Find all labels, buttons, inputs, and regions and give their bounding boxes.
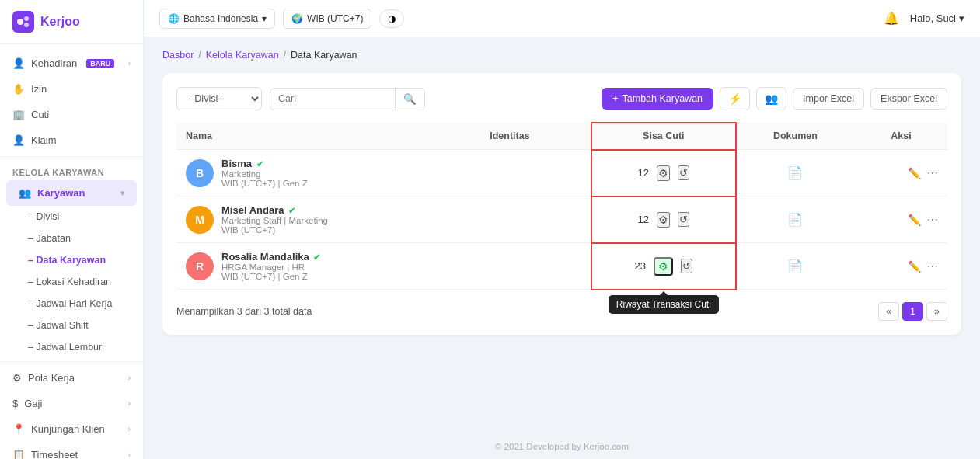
filter-button[interactable]: ⚡ (720, 87, 750, 110)
flag-icon: 🌐 (168, 13, 180, 24)
breadcrumb-kelola[interactable]: Kelola Karyawan (206, 50, 279, 61)
cuti-refresh-button[interactable]: ↺ (681, 259, 692, 273)
dash-icon: – (28, 320, 33, 331)
sidebar-sub-jabatan[interactable]: – Jabatan (0, 228, 143, 249)
sub-item-label: Jadwal Shift (36, 320, 88, 331)
col-identitas: Identitas (480, 123, 591, 150)
employee-dept: HRGA Manager | HR (221, 263, 320, 272)
cuti-settings-button[interactable]: ⚙ (657, 165, 670, 181)
add-employee-button[interactable]: + Tambah Karyawan (602, 88, 713, 110)
notification-button[interactable]: 🔔 (884, 11, 899, 26)
col-dokumen: Dokumen (736, 123, 855, 150)
sub-item-label: Jabatan (36, 233, 70, 244)
copyright-text: © 2021 Developed by Kerjoo.com (495, 442, 629, 451)
settings-button[interactable]: 👥 (756, 87, 786, 110)
kehadiran-icon: 👤 (12, 57, 25, 69)
pagination-next[interactable]: » (926, 302, 947, 321)
sidebar-item-label: Timesheet (31, 449, 78, 459)
lang-chevron: ▾ (262, 13, 267, 24)
sidebar-item-timesheet[interactable]: 📋 Timesheet › (0, 442, 143, 459)
topbar: 🌐 Bahasa Indonesia ▾ 🌍 WIB (UTC+7) ◑ 🔔 H… (144, 0, 980, 37)
division-select[interactable]: --Divisi-- (176, 87, 262, 110)
sidebar-sub-data-karyawan[interactable]: – Data Karyawan (0, 249, 143, 271)
verified-icon: ✔ (288, 206, 295, 215)
sidebar-sub-jadwal-hari-kerja[interactable]: – Jadwal Hari Kerja (0, 293, 143, 315)
more-button[interactable]: ⋯ (927, 214, 938, 226)
sidebar-sub-divisi[interactable]: – Divisi (0, 206, 143, 228)
employee-name: Misel Andara ✔ (221, 204, 328, 216)
employee-table: Nama Identitas Sisa Cuti Dokumen Aksi B … (176, 123, 947, 290)
chevron-icon: › (128, 450, 131, 459)
employee-schedule: WIB (UTC+7) | Gen Z (221, 179, 308, 188)
more-button[interactable]: ⋯ (927, 167, 938, 179)
dokumen-cell: 📄 (736, 196, 855, 243)
sidebar-item-karyawan[interactable]: 👥 Karyawan ▾ (6, 180, 137, 206)
karyawan-icon: 👥 (19, 187, 31, 199)
sub-item-label: Divisi (36, 211, 59, 222)
cuti-refresh-button[interactable]: ↺ (678, 212, 689, 227)
sisa-cuti-value: 23 (635, 260, 646, 272)
breadcrumb-dasbor[interactable]: Dasbor (162, 50, 194, 61)
dash-icon: – (28, 233, 33, 244)
search-button[interactable]: 🔍 (395, 89, 424, 110)
document-icon: 📄 (787, 213, 803, 226)
timezone-button[interactable]: 🌍 WIB (UTC+7) (283, 9, 371, 29)
aksi-cell: ✏️ ⋯ (855, 150, 947, 196)
sidebar-item-pola-kerja[interactable]: ⚙ Pola Kerja › (0, 365, 143, 391)
cuti-settings-button[interactable]: ⚙ (654, 257, 673, 276)
export-button[interactable]: Ekspor Excel (870, 88, 947, 110)
plus-icon: + (612, 93, 618, 104)
timezone-label: WIB (UTC+7) (307, 13, 363, 24)
sidebar-sub-jadwal-shift[interactable]: – Jadwal Shift (0, 315, 143, 336)
globe-icon: 🌍 (291, 13, 303, 24)
sidebar-item-kunjungan-klien[interactable]: 📍 Kunjungan Klien › (0, 416, 143, 442)
dash-icon: – (28, 211, 33, 222)
language-label: Bahasa Indonesia (183, 13, 258, 24)
identitas-cell (480, 243, 591, 290)
verified-icon: ✔ (256, 159, 263, 169)
filter-icon: ⚡ (728, 92, 741, 105)
edit-button[interactable]: ✏️ (908, 214, 921, 226)
sidebar-sub-lokasi-kehadiran[interactable]: – Lokasi Kehadiran (0, 271, 143, 293)
tooltip-bubble: Riwayat Transaksi Cuti (609, 295, 719, 314)
chevron-icon: › (128, 399, 131, 408)
logo-icon (12, 11, 34, 33)
search-input[interactable] (270, 89, 395, 109)
col-aksi: Aksi (855, 123, 947, 150)
sidebar: Kerjoo 👤 Kehadiran BARU › ✋ Izin 🏢 Cuti (0, 0, 144, 459)
col-nama: Nama (176, 123, 480, 150)
sisa-cuti-value: 12 (638, 167, 649, 179)
chevron-icon: ▾ (120, 189, 124, 197)
cuti-refresh-button[interactable]: ↺ (678, 165, 689, 180)
import-button[interactable]: Impor Excel (793, 88, 864, 110)
language-button[interactable]: 🌐 Bahasa Indonesia ▾ (159, 9, 275, 29)
sidebar-item-cuti[interactable]: 🏢 Cuti (0, 102, 143, 127)
edit-button[interactable]: ✏️ (908, 167, 921, 179)
sidebar-item-label: Karyawan (37, 187, 85, 199)
dokumen-cell: 📄 (736, 243, 855, 290)
document-icon: 📄 (787, 166, 803, 179)
logo-text: Kerjoo (40, 15, 80, 29)
pagination-page-1[interactable]: 1 (902, 302, 923, 321)
pola-icon: ⚙ (12, 372, 22, 384)
pagination-prev[interactable]: « (878, 302, 899, 321)
user-chevron: ▾ (959, 12, 964, 24)
employee-name-cell: B Bisma ✔ Marketing WIB (UTC+7) | Gen Z (176, 150, 480, 196)
sidebar-sub-jadwal-lembur[interactable]: – Jadwal Lembur (0, 336, 143, 358)
sidebar-item-gaji[interactable]: $ Gaji › (0, 391, 143, 416)
cuti-settings-button[interactable]: ⚙ (657, 212, 670, 228)
verified-icon: ✔ (313, 252, 320, 262)
sidebar-item-label: Gaji (24, 398, 42, 409)
edit-button[interactable]: ✏️ (908, 260, 921, 273)
chevron-icon: › (128, 374, 131, 382)
document-icon: 📄 (787, 259, 803, 273)
more-button[interactable]: ⋯ (927, 260, 938, 273)
sidebar-item-kehadiran[interactable]: 👤 Kehadiran BARU › (0, 50, 143, 76)
sidebar-item-izin[interactable]: ✋ Izin (0, 76, 143, 102)
sub-item-label: Jadwal Lembur (36, 342, 102, 353)
sidebar-item-klaim[interactable]: 👤 Klaim (0, 127, 143, 153)
breadcrumb-sep2: / (284, 50, 286, 61)
employee-name: Bisma ✔ (221, 158, 308, 169)
user-menu[interactable]: Halo, Suci ▾ (910, 12, 964, 24)
theme-toggle[interactable]: ◑ (379, 9, 404, 28)
